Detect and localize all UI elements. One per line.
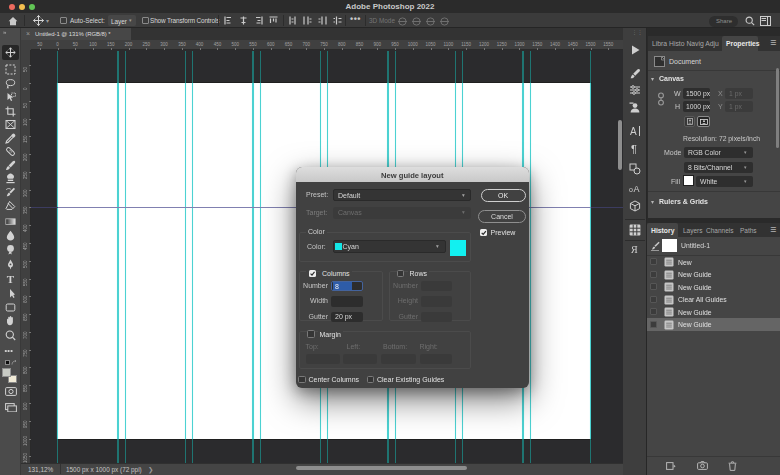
svg-text:¶: ¶ — [631, 143, 637, 155]
svg-text:o: o — [629, 186, 633, 193]
svg-text:T: T — [7, 274, 15, 285]
svg-text:A: A — [630, 126, 637, 137]
svg-text:A: A — [634, 184, 640, 193]
svg-text:Я: Я — [631, 244, 638, 255]
